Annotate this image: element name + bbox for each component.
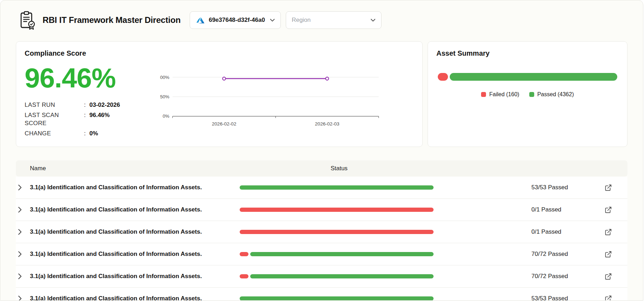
region-select[interactable]: Region bbox=[286, 11, 381, 29]
framework-clipboard-icon bbox=[17, 10, 37, 30]
compliance-score-details: LAST RUN : 03-02-2026 LAST SCAN SCORE : … bbox=[25, 101, 155, 138]
row-status-text: 70/72 Passed bbox=[438, 251, 589, 258]
chevron-right-icon[interactable] bbox=[16, 184, 30, 191]
table-row[interactable]: 3.1(a) Identification and Classification… bbox=[16, 288, 627, 301]
compliance-score-value: 96.46% bbox=[25, 64, 155, 93]
external-link-icon[interactable] bbox=[589, 273, 627, 280]
x-tick-label: 2026-02-03 bbox=[315, 121, 339, 127]
detail-sep: : bbox=[80, 111, 89, 127]
chevron-right-icon[interactable] bbox=[16, 273, 30, 280]
compliance-score-panel: 96.46% LAST RUN : 03-02-2026 LAST SCAN S… bbox=[25, 59, 155, 139]
app: RBI IT Framework Master Direction 69e376… bbox=[0, 0, 643, 301]
bar-segment-failed bbox=[240, 252, 248, 256]
y-tick-label: 50% bbox=[160, 94, 170, 99]
legend-label-passed: Passed (4362) bbox=[537, 91, 574, 98]
external-link-icon[interactable] bbox=[589, 184, 627, 191]
row-status-bar bbox=[240, 185, 438, 190]
row-status-text: 70/72 Passed bbox=[438, 273, 589, 280]
external-link-icon[interactable] bbox=[589, 206, 627, 214]
table-header: Name Status bbox=[16, 160, 627, 177]
row-status-text: 0/1 Passed bbox=[438, 228, 589, 235]
table-row[interactable]: 3.1(a) Identification and Classification… bbox=[16, 243, 627, 265]
row-name: 3.1(a) Identification and Classification… bbox=[30, 228, 240, 235]
bar-segment-passed bbox=[250, 274, 434, 278]
row-name: 3.1(a) Identification and Classification… bbox=[30, 251, 240, 258]
row-name: 3.1(a) Identification and Classification… bbox=[30, 295, 240, 301]
compliance-score-card: Compliance Score 96.46% LAST RUN : 03-02… bbox=[16, 41, 423, 147]
trend-chart-area: 00%50%0%2026-02-022026-02-03 bbox=[155, 72, 381, 139]
region-select-placeholder: Region bbox=[292, 17, 311, 24]
row-status-bar bbox=[240, 252, 438, 256]
failed-swatch-icon bbox=[481, 92, 486, 97]
bar-segment-failed bbox=[240, 274, 248, 278]
asset-bar-passed bbox=[450, 73, 617, 81]
y-tick-label: 00% bbox=[160, 75, 170, 80]
table-row[interactable]: 3.1(a) Identification and Classification… bbox=[16, 265, 627, 288]
row-status-bar bbox=[240, 208, 438, 212]
row-status-bar bbox=[240, 230, 438, 234]
y-tick-label: 0% bbox=[163, 113, 169, 119]
detail-sep: : bbox=[80, 101, 89, 109]
row-name: 3.1(a) Identification and Classification… bbox=[30, 184, 240, 191]
header: RBI IT Framework Master Direction 69e376… bbox=[0, 0, 643, 38]
legend-item-passed: Passed (4362) bbox=[529, 91, 574, 98]
asset-bar-failed bbox=[438, 73, 448, 81]
asset-summary-card: Asset Summary Failed (160) Passed (4362) bbox=[428, 41, 627, 147]
chevron-down-icon bbox=[270, 19, 275, 22]
chevron-right-icon[interactable] bbox=[16, 207, 30, 213]
row-status-bar bbox=[240, 274, 438, 278]
chevron-right-icon[interactable] bbox=[16, 229, 30, 235]
external-link-icon[interactable] bbox=[589, 228, 627, 236]
asset-summary-title: Asset Summary bbox=[436, 49, 619, 57]
table-row[interactable]: 3.1(a) Identification and Classification… bbox=[16, 199, 627, 221]
detail-label-last-run: LAST RUN bbox=[25, 101, 80, 109]
bar-segment-passed bbox=[240, 296, 434, 301]
compliance-score-title: Compliance Score bbox=[25, 49, 414, 57]
row-status-text: 53/53 Passed bbox=[438, 184, 589, 191]
table-body: 3.1(a) Identification and Classification… bbox=[16, 177, 627, 301]
row-status-bar bbox=[240, 296, 438, 301]
chevron-down-icon bbox=[371, 19, 375, 22]
detail-label-last-scan-score: LAST SCAN SCORE bbox=[25, 111, 80, 127]
legend-item-failed: Failed (160) bbox=[481, 91, 519, 98]
detail-label-change: CHANGE bbox=[25, 130, 80, 137]
tenant-select-value: 69e37648-d32f-46a0 bbox=[209, 17, 265, 24]
row-name: 3.1(a) Identification and Classification… bbox=[30, 206, 240, 213]
x-tick-label: 2026-02-02 bbox=[212, 121, 236, 127]
bar-segment-failed bbox=[240, 208, 434, 212]
row-status-text: 0/1 Passed bbox=[438, 206, 589, 213]
asset-summary-bar bbox=[436, 73, 619, 81]
detail-sep: : bbox=[80, 130, 89, 137]
detail-value-last-scan-score: 96.46% bbox=[89, 111, 155, 127]
detail-value-last-run: 03-02-2026 bbox=[89, 101, 155, 109]
name-column-header: Name bbox=[30, 165, 240, 172]
table-row[interactable]: 3.1(a) Identification and Classification… bbox=[16, 177, 627, 199]
compliance-trend-chart: 00%50%0%2026-02-022026-02-03 bbox=[155, 72, 381, 129]
legend-label-failed: Failed (160) bbox=[489, 91, 519, 98]
azure-icon bbox=[196, 16, 205, 25]
external-link-icon[interactable] bbox=[589, 295, 627, 301]
tenant-select[interactable]: 69e37648-d32f-46a0 bbox=[190, 11, 281, 29]
table-row[interactable]: 3.1(a) Identification and Classification… bbox=[16, 221, 627, 243]
trend-point bbox=[326, 77, 329, 80]
row-name: 3.1(a) Identification and Classification… bbox=[30, 273, 240, 280]
bar-segment-passed bbox=[240, 185, 434, 190]
external-link-icon[interactable] bbox=[589, 251, 627, 258]
trend-point bbox=[222, 77, 226, 80]
chevron-right-icon[interactable] bbox=[16, 251, 30, 257]
summary-cards: Compliance Score 96.46% LAST RUN : 03-02… bbox=[16, 41, 627, 147]
controls-table: Name Status 3.1(a) Identification and Cl… bbox=[16, 160, 627, 301]
passed-swatch-icon bbox=[529, 92, 534, 97]
bar-segment-passed bbox=[250, 252, 434, 256]
bar-segment-failed bbox=[240, 230, 434, 234]
row-status-text: 53/53 Passed bbox=[438, 295, 589, 301]
page-title: RBI IT Framework Master Direction bbox=[43, 15, 181, 25]
chevron-right-icon[interactable] bbox=[16, 295, 30, 301]
detail-value-change: 0% bbox=[89, 130, 155, 137]
asset-summary-legend: Failed (160) Passed (4362) bbox=[436, 91, 619, 98]
status-column-header: Status bbox=[240, 165, 438, 172]
